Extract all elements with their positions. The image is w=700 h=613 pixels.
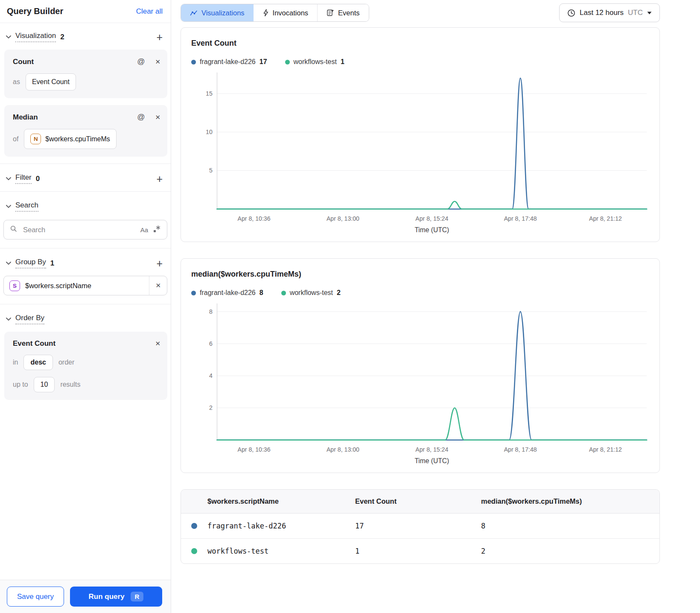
svg-text:5: 5 bbox=[209, 167, 213, 174]
legend-item[interactable]: fragrant-lake-d2268 bbox=[191, 289, 263, 297]
card-title: Median bbox=[13, 113, 137, 122]
regex-icon[interactable] bbox=[153, 225, 161, 235]
topbar: Visualizations Invocations Events Last 1… bbox=[181, 3, 660, 22]
chevron-down-icon[interactable] bbox=[6, 177, 11, 181]
section-search-header[interactable]: Search bbox=[0, 193, 171, 217]
tab-label: Events bbox=[338, 9, 359, 17]
up-to-label: up to bbox=[13, 381, 28, 388]
close-icon: ✕ bbox=[155, 282, 161, 289]
run-query-button[interactable]: Run query R bbox=[70, 587, 162, 607]
line-chart[interactable]: 51015Apr 8, 10:36Apr 8, 13:00Apr 8, 15:2… bbox=[191, 69, 649, 236]
at-icon[interactable]: @ bbox=[137, 113, 145, 122]
series-name: workflows-test bbox=[290, 289, 333, 297]
column-header-scriptname: $workers.scriptName bbox=[207, 497, 355, 505]
legend-item[interactable]: fragrant-lake-d22617 bbox=[191, 58, 267, 66]
groupby-field: $workers.scriptName bbox=[25, 282, 149, 290]
column-header-median: median($workers.cpuTimeMs) bbox=[481, 497, 659, 505]
close-icon[interactable]: ✕ bbox=[155, 340, 160, 347]
search-icon bbox=[10, 225, 18, 234]
section-visualization-header[interactable]: Visualization 2 + bbox=[0, 24, 171, 48]
alias-field[interactable]: Event Count bbox=[26, 73, 76, 90]
series-dot bbox=[191, 291, 196, 295]
search-box: Aa bbox=[3, 220, 167, 239]
chart-title: median($workers.cpuTimeMs) bbox=[191, 270, 649, 279]
svg-text:10: 10 bbox=[206, 128, 213, 135]
add-visualization-button[interactable]: + bbox=[156, 33, 163, 41]
order-label: order bbox=[58, 359, 74, 366]
result-limit-input[interactable]: 10 bbox=[34, 377, 55, 392]
section-filter-header[interactable]: Filter 0 + bbox=[0, 166, 171, 190]
chevron-down-icon[interactable] bbox=[6, 318, 11, 321]
svg-text:Apr 8, 10:36: Apr 8, 10:36 bbox=[238, 446, 271, 453]
line-chart[interactable]: 2468Apr 8, 10:36Apr 8, 13:00Apr 8, 15:24… bbox=[191, 300, 649, 467]
svg-text:Apr 8, 10:36: Apr 8, 10:36 bbox=[238, 215, 271, 222]
section-groupby-header[interactable]: Group By 1 + bbox=[0, 250, 171, 274]
time-range-label: Last 12 hours bbox=[580, 9, 624, 17]
divider bbox=[0, 304, 171, 304]
series-total: 17 bbox=[260, 58, 267, 66]
sidebar-footer: Save query Run query R bbox=[0, 580, 171, 613]
svg-text:Apr 8, 17:48: Apr 8, 17:48 bbox=[504, 215, 537, 222]
card-title: Count bbox=[13, 58, 137, 66]
chevron-down-icon[interactable] bbox=[6, 262, 11, 265]
add-filter-button[interactable]: + bbox=[156, 175, 163, 183]
of-label: of bbox=[13, 135, 18, 143]
as-label: as bbox=[13, 78, 20, 86]
order-direction-selector[interactable]: desc bbox=[23, 355, 52, 370]
orderby-field-label: Event Count bbox=[13, 339, 155, 348]
svg-text:Apr 8, 15:24: Apr 8, 15:24 bbox=[415, 446, 448, 453]
run-query-label: Run query bbox=[89, 593, 125, 601]
filter-count: 0 bbox=[36, 175, 40, 183]
cell-median: 8 bbox=[481, 522, 659, 530]
tab-invocations[interactable]: Invocations bbox=[254, 4, 317, 21]
section-orderby-header[interactable]: Order By bbox=[0, 306, 171, 330]
alias-value: Event Count bbox=[32, 78, 70, 86]
match-case-icon[interactable]: Aa bbox=[140, 226, 148, 234]
median-cputime-chart-card: median($workers.cpuTimeMs) fragrant-lake… bbox=[181, 258, 660, 473]
legend-item[interactable]: workflows-test1 bbox=[285, 58, 344, 66]
tab-events[interactable]: Events bbox=[317, 4, 368, 21]
series-dot-cell bbox=[181, 523, 207, 529]
chart-title: Event Count bbox=[191, 39, 649, 48]
groupby-item[interactable]: S $workers.scriptName ✕ bbox=[3, 276, 167, 295]
orderby-card: Event Count ✕ in desc order up to 10 res… bbox=[4, 332, 167, 400]
chevron-down-icon[interactable] bbox=[6, 35, 11, 39]
save-query-button[interactable]: Save query bbox=[7, 587, 64, 607]
caret-down-icon bbox=[647, 12, 652, 15]
column-header-event-count: Event Count bbox=[355, 497, 481, 505]
time-range-selector[interactable]: Last 12 hours UTC bbox=[559, 3, 660, 22]
chart-legend: fragrant-lake-d2268workflows-test2 bbox=[191, 289, 649, 297]
series-dot bbox=[191, 60, 196, 64]
chevron-down-icon[interactable] bbox=[6, 205, 11, 208]
series-total: 8 bbox=[260, 289, 263, 297]
series-name: fragrant-lake-d226 bbox=[200, 58, 256, 66]
section-groupby-label: Group By bbox=[15, 258, 46, 269]
at-icon[interactable]: @ bbox=[137, 57, 145, 66]
visualization-card-count: Count @ ✕ as Event Count bbox=[4, 50, 167, 98]
table-row[interactable]: workflows-test12 bbox=[181, 539, 659, 563]
chart-legend: fragrant-lake-d22617workflows-test1 bbox=[191, 58, 649, 66]
series-dot bbox=[285, 60, 290, 64]
close-icon[interactable]: ✕ bbox=[155, 58, 160, 66]
clear-all-button[interactable]: Clear all bbox=[136, 7, 163, 16]
cell-median: 2 bbox=[481, 547, 659, 555]
field-selector[interactable]: N $workers.cpuTimeMs bbox=[24, 129, 116, 149]
table-row[interactable]: fragrant-lake-d226178 bbox=[181, 514, 659, 539]
query-builder-panel: Query Builder Clear all Visualization 2 … bbox=[0, 0, 171, 613]
search-input[interactable] bbox=[22, 225, 136, 234]
section-search-label: Search bbox=[15, 201, 38, 212]
svg-text:Time (UTC): Time (UTC) bbox=[414, 226, 449, 234]
close-icon[interactable]: ✕ bbox=[155, 114, 160, 121]
add-groupby-button[interactable]: + bbox=[156, 260, 163, 267]
series-total: 2 bbox=[337, 289, 341, 297]
tab-visualizations[interactable]: Visualizations bbox=[181, 4, 254, 21]
legend-item[interactable]: workflows-test2 bbox=[281, 289, 341, 297]
in-label: in bbox=[13, 359, 18, 366]
remove-groupby-button[interactable]: ✕ bbox=[149, 276, 167, 295]
page-title: Query Builder bbox=[7, 6, 63, 16]
visualization-card-median: Median @ ✕ of N $workers.cpuTimeMs bbox=[4, 105, 167, 157]
series-dot bbox=[281, 291, 286, 295]
divider bbox=[0, 163, 171, 164]
series-dot-cell bbox=[181, 548, 207, 554]
event-count-chart-card: Event Count fragrant-lake-d22617workflow… bbox=[181, 27, 660, 242]
